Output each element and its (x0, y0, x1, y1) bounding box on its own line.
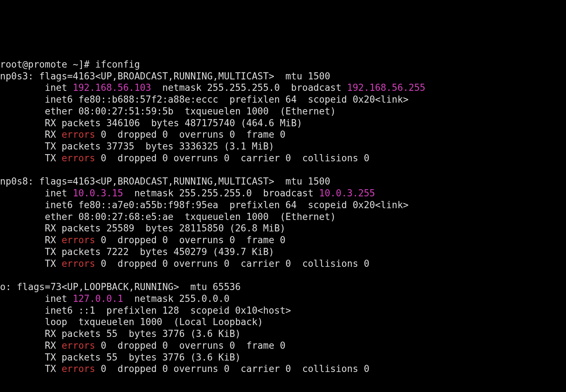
rx-errors-prefix: RX (45, 235, 61, 245)
iface-flags: flags=73<UP,LOOPBACK,RUNNING> (17, 281, 179, 292)
rx-errors-rest: 0 dropped 0 overruns 0 frame 0 (95, 235, 285, 245)
inet-label: inet (45, 188, 73, 199)
iface-mtu: mtu 1500 (285, 176, 330, 187)
inet-ip: 192.168.56.103 (73, 82, 151, 93)
rx-packets-line: RX packets 346106 bytes 487175740 (464.6… (45, 118, 302, 128)
iface-name: np0s8 (0, 176, 28, 187)
tx-errors-rest: 0 dropped 0 overruns 0 carrier 0 collisi… (95, 258, 369, 269)
inet6-line: inet6 ::1 prefixlen 128 scopeid 0x10<hos… (45, 305, 291, 316)
iface-mtu: mtu 65536 (190, 281, 241, 292)
errors-word: errors (61, 129, 95, 140)
tx-errors-prefix: TX (45, 363, 61, 374)
errors-word: errors (61, 363, 95, 374)
inet6-line: inet6 fe80::a7e0:a55b:f98f:95ea prefixle… (45, 200, 408, 210)
tx-packets-line: TX packets 37735 bytes 3336325 (3.1 MiB) (45, 141, 274, 152)
rx-errors-prefix: RX (45, 340, 61, 351)
inet-rest: netmask 255.255.255.0 broadcast (151, 82, 347, 93)
iface-mtu: mtu 1500 (285, 71, 330, 82)
inet-ip: 10.0.3.15 (73, 188, 123, 199)
rx-packets-line: RX packets 25589 bytes 28115850 (26.8 Mi… (45, 223, 285, 234)
prompt-user-host: root@promote (0, 59, 67, 70)
errors-word: errors (61, 258, 95, 269)
iface-name: o (0, 281, 6, 292)
inet-ip: 127.0.0.1 (73, 293, 123, 304)
inet-broadcast: 10.0.3.255 (319, 188, 375, 199)
ether-line: loop txqueuelen 1000 (Local Loopback) (45, 317, 263, 327)
terminal-output[interactable]: root@promote ~]# ifconfig np0s3: flags=4… (0, 59, 566, 375)
tx-errors-rest: 0 dropped 0 overruns 0 carrier 0 collisi… (95, 363, 369, 374)
rx-errors-rest: 0 dropped 0 overruns 0 frame 0 (95, 129, 285, 140)
inet-rest: netmask 255.0.0.0 (123, 293, 229, 304)
ether-line: ether 08:00:27:51:59:5b txqueuelen 1000 … (45, 106, 336, 117)
prompt-symbol: ]# (78, 59, 89, 70)
inet6-line: inet6 fe80::b688:57f2:a88e:eccc prefixle… (45, 94, 408, 105)
iface-flags: flags=4163<UP,BROADCAST,RUNNING,MULTICAS… (39, 176, 274, 187)
tx-errors-prefix: TX (45, 153, 61, 163)
tx-packets-line: TX packets 55 bytes 3776 (3.6 KiB) (45, 352, 241, 363)
rx-packets-line: RX packets 55 bytes 3776 (3.6 KiB) (45, 328, 241, 339)
tx-errors-rest: 0 dropped 0 overruns 0 carrier 0 collisi… (95, 153, 369, 163)
rx-errors-rest: 0 dropped 0 overruns 0 frame 0 (95, 340, 285, 351)
ether-line: ether 08:00:27:68:e5:ae txqueuelen 1000 … (45, 211, 336, 222)
tx-packets-line: TX packets 7222 bytes 450279 (439.7 KiB) (45, 246, 274, 257)
inet-rest: netmask 255.255.255.0 broadcast (123, 188, 319, 199)
iface-flags: flags=4163<UP,BROADCAST,RUNNING,MULTICAS… (39, 71, 274, 82)
prompt-command: ifconfig (95, 59, 140, 70)
prompt-path: ~ (73, 59, 79, 70)
inet-label: inet (45, 293, 73, 304)
errors-word: errors (61, 340, 95, 351)
iface-name: np0s3 (0, 71, 28, 82)
rx-errors-prefix: RX (45, 129, 61, 140)
inet-broadcast: 192.168.56.255 (347, 82, 425, 93)
errors-word: errors (61, 153, 95, 163)
errors-word: errors (61, 235, 95, 245)
tx-errors-prefix: TX (45, 258, 61, 269)
inet-label: inet (45, 82, 73, 93)
